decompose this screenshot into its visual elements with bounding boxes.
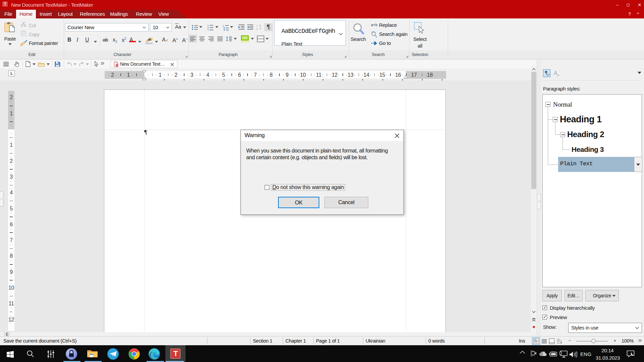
svg-text:A: A xyxy=(256,24,258,27)
svg-text:ab: ab xyxy=(148,38,151,41)
svg-text:a: a xyxy=(116,65,118,67)
svg-text:a: a xyxy=(371,23,373,27)
svg-text:3: 3 xyxy=(207,29,209,31)
svg-text:b: b xyxy=(375,23,377,27)
svg-text:Z: Z xyxy=(256,27,258,31)
svg-text:1: 1 xyxy=(223,24,224,27)
